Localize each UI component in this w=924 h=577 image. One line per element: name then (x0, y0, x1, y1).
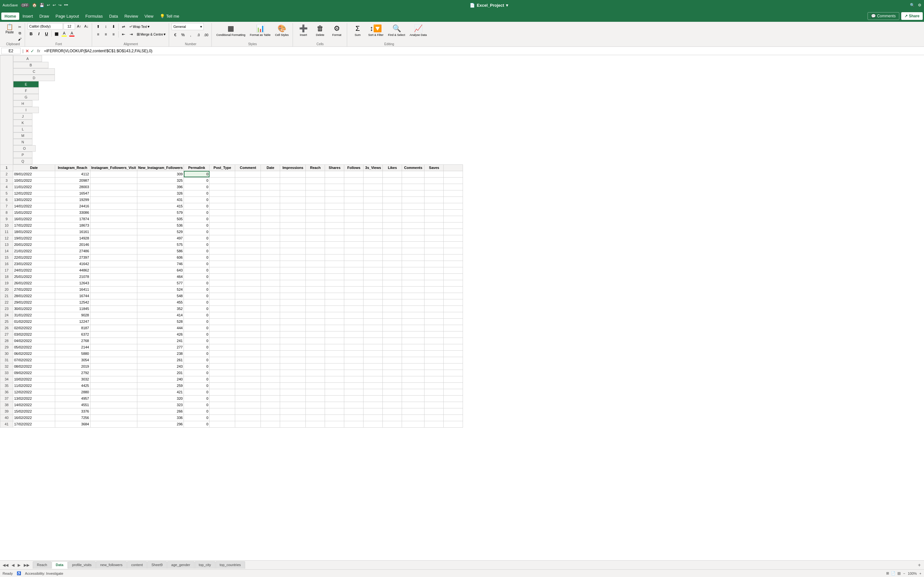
cell-reach2[interactable] (306, 363, 325, 370)
sheet-nav-first[interactable]: ◀◀ (1, 562, 10, 568)
cell-3s-views[interactable] (363, 357, 383, 363)
cell-impressions[interactable] (280, 286, 306, 293)
conditional-formatting-button[interactable]: ▦ Conditional Formatting (214, 23, 247, 38)
cell-likes[interactable] (383, 370, 402, 376)
cell-followers-visit[interactable] (90, 177, 137, 184)
cell-follows[interactable] (344, 267, 363, 274)
cell-date[interactable]: 13/01/2022 (13, 197, 55, 203)
cell-post-type[interactable] (210, 203, 235, 210)
cell-permalink[interactable]: 0 (184, 274, 210, 280)
cell-date2[interactable] (261, 299, 280, 306)
cell-comments[interactable] (402, 370, 425, 376)
cell-post-type[interactable] (210, 254, 235, 261)
cell-shares[interactable] (325, 267, 344, 274)
cell-comment[interactable] (235, 402, 261, 408)
cell-post-type[interactable] (210, 331, 235, 338)
cell-impressions[interactable] (280, 222, 306, 229)
cell-comments[interactable] (402, 293, 425, 299)
cell-date[interactable]: 10/02/2022 (13, 376, 55, 382)
cell-post-type[interactable] (210, 242, 235, 248)
cell-3s-views[interactable] (363, 376, 383, 382)
cell-followers-visit[interactable] (90, 184, 137, 190)
cell-followers-visit[interactable] (90, 370, 137, 376)
cell-follows[interactable] (344, 414, 363, 421)
cell-date[interactable]: 17/02/2022 (13, 421, 55, 427)
cell-shares[interactable] (325, 216, 344, 222)
col-header-i[interactable]: I (13, 107, 39, 113)
cell-permalink[interactable]: 0 (184, 190, 210, 197)
cell-comments[interactable] (402, 171, 425, 177)
cell-saves[interactable] (425, 363, 444, 370)
copy-button[interactable]: ⧉ (17, 31, 23, 36)
cell-follows[interactable] (344, 286, 363, 293)
cell-reach[interactable]: 41642 (55, 261, 90, 267)
cell-new-followers[interactable]: 464 (137, 274, 184, 280)
cell-new-followers[interactable]: 421 (137, 389, 184, 395)
header-permalink[interactable]: Permalink (184, 164, 210, 171)
cell-reach[interactable]: 20987 (55, 177, 90, 184)
cell-permalink[interactable]: 0 (184, 421, 210, 427)
cell-comment[interactable] (235, 382, 261, 389)
cell-comments[interactable] (402, 184, 425, 190)
cell-post-type[interactable] (210, 274, 235, 280)
cell-3s-views[interactable] (363, 184, 383, 190)
cell-permalink[interactable]: 0 (184, 318, 210, 325)
align-middle-button[interactable]: ↕ (102, 23, 110, 30)
cell-date[interactable]: 13/02/2022 (13, 395, 55, 402)
col-header-g[interactable]: G (13, 94, 39, 100)
menu-data[interactable]: Data (106, 13, 121, 20)
cell-shares[interactable] (325, 338, 344, 344)
cell-saves[interactable] (425, 402, 444, 408)
cell-permalink[interactable]: 0 (184, 216, 210, 222)
cell-likes[interactable] (383, 286, 402, 293)
col-header-m[interactable]: M (13, 132, 32, 139)
page-break-view-icon[interactable]: ▤ (897, 571, 901, 575)
cell-date[interactable]: 16/02/2022 (13, 414, 55, 421)
cell-shares[interactable] (325, 171, 344, 177)
cell-impressions[interactable] (280, 421, 306, 427)
cell-followers-visit[interactable] (90, 210, 137, 216)
cell-comments[interactable] (402, 254, 425, 261)
cell-saves[interactable] (425, 286, 444, 293)
cell-new-followers[interactable]: 455 (137, 299, 184, 306)
cell-follows[interactable] (344, 184, 363, 190)
cell-q[interactable] (444, 286, 463, 293)
cell-reach[interactable]: 18673 (55, 222, 90, 229)
row-num-41[interactable]: 41 (0, 421, 13, 427)
cell-post-type[interactable] (210, 357, 235, 363)
cell-q[interactable] (444, 242, 463, 248)
cell-new-followers[interactable]: 528 (137, 318, 184, 325)
cell-likes[interactable] (383, 389, 402, 395)
cell-follows[interactable] (344, 274, 363, 280)
cell-reach[interactable]: 21078 (55, 274, 90, 280)
cell-date2[interactable] (261, 421, 280, 427)
cell-likes[interactable] (383, 190, 402, 197)
cell-comments[interactable] (402, 344, 425, 350)
cell-q[interactable] (444, 177, 463, 184)
cell-permalink[interactable]: 0 (184, 408, 210, 414)
cell-comment[interactable] (235, 363, 261, 370)
cell-reach2[interactable] (306, 402, 325, 408)
cell-permalink[interactable]: 0 (184, 177, 210, 184)
cell-post-type[interactable] (210, 235, 235, 242)
cell-date2[interactable] (261, 414, 280, 421)
cell-date[interactable]: 02/02/2022 (13, 325, 55, 331)
header-new-followers[interactable]: New_Instagram_Followers (137, 164, 184, 171)
cell-date2[interactable] (261, 184, 280, 190)
cell-permalink[interactable]: 0 (184, 370, 210, 376)
row-num-26[interactable]: 26 (0, 325, 13, 331)
cell-post-type[interactable] (210, 408, 235, 414)
cell-3s-views[interactable] (363, 312, 383, 318)
cell-date2[interactable] (261, 203, 280, 210)
cell-reach[interactable]: 2019 (55, 363, 90, 370)
cell-new-followers[interactable]: 536 (137, 222, 184, 229)
cell-reach2[interactable] (306, 242, 325, 248)
cell-comments[interactable] (402, 235, 425, 242)
cell-shares[interactable] (325, 312, 344, 318)
cell-saves[interactable] (425, 370, 444, 376)
cell-reach[interactable]: 3032 (55, 376, 90, 382)
cell-follows[interactable] (344, 235, 363, 242)
header-3s-views[interactable]: 3s_Views (363, 164, 383, 171)
cell-permalink[interactable]: 0 (184, 376, 210, 382)
cell-post-type[interactable] (210, 376, 235, 382)
